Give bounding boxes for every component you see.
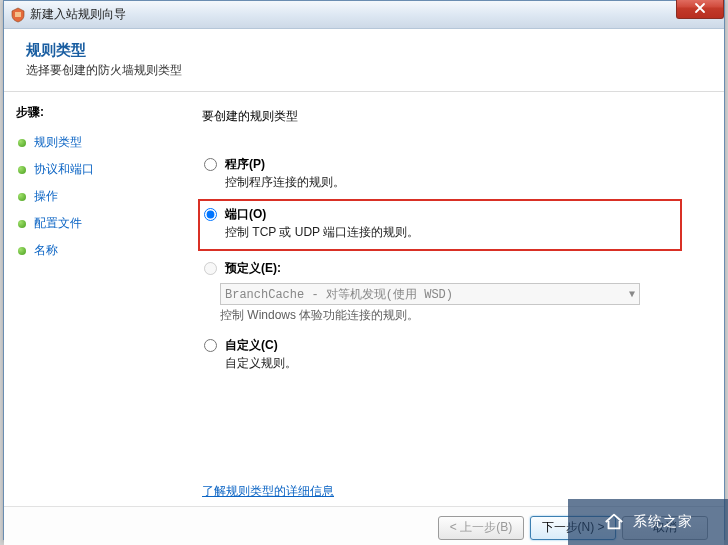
option-predefined: 预定义(E):	[202, 257, 700, 279]
radio-desc: 控制 TCP 或 UDP 端口连接的规则。	[225, 224, 678, 241]
bullet-icon	[18, 139, 26, 147]
predefined-desc: 控制 Windows 体验功能连接的规则。	[220, 307, 700, 324]
radio-program[interactable]	[204, 158, 217, 171]
learn-more-link[interactable]: 了解规则类型的详细信息	[202, 483, 334, 500]
window-title: 新建入站规则向导	[30, 6, 126, 23]
bullet-icon	[18, 220, 26, 228]
steps-sidebar: 步骤: 规则类型 协议和端口 操作 配置文件 名称	[4, 92, 184, 506]
radio-label: 自定义(C)	[225, 337, 700, 354]
combo-value: BranchCache - 对等机发现(使用 WSD)	[225, 286, 453, 303]
bullet-icon	[18, 166, 26, 174]
step-label: 协议和端口	[34, 161, 94, 178]
radio-predefined[interactable]	[204, 262, 217, 275]
main-heading: 要创建的规则类型	[202, 108, 700, 125]
close-button[interactable]	[676, 0, 724, 19]
step-label: 名称	[34, 242, 58, 259]
rule-type-radio-group: 程序(P) 控制程序连接的规则。 端口(O) 控制 TCP 或 UDP 端口连接…	[202, 153, 700, 382]
step-action[interactable]: 操作	[16, 183, 172, 210]
radio-label: 预定义(E):	[225, 260, 700, 277]
option-program: 程序(P) 控制程序连接的规则。	[202, 153, 700, 201]
steps-heading: 步骤:	[16, 104, 172, 121]
page-subtitle: 选择要创建的防火墙规则类型	[26, 62, 702, 79]
close-icon	[694, 2, 706, 14]
option-custom-content: 自定义(C) 自定义规则。	[225, 337, 700, 372]
option-predefined-content: 预定义(E):	[225, 260, 700, 277]
radio-label: 程序(P)	[225, 156, 700, 173]
app-icon	[10, 7, 26, 23]
radio-desc: 控制程序连接的规则。	[225, 174, 700, 191]
bullet-icon	[18, 193, 26, 201]
svg-rect-0	[15, 12, 21, 17]
step-label: 规则类型	[34, 134, 82, 151]
wizard-footer: < 上一步(B) 下一步(N) > 取消	[4, 506, 724, 545]
radio-port[interactable]	[204, 208, 217, 221]
predefined-combobox[interactable]: BranchCache - 对等机发现(使用 WSD) ▼	[220, 283, 640, 305]
next-button[interactable]: 下一步(N) >	[530, 516, 616, 540]
step-protocol-port[interactable]: 协议和端口	[16, 156, 172, 183]
radio-label: 端口(O)	[225, 206, 678, 223]
option-program-content: 程序(P) 控制程序连接的规则。	[225, 156, 700, 191]
step-rule-type[interactable]: 规则类型	[16, 129, 172, 156]
back-button[interactable]: < 上一步(B)	[438, 516, 524, 540]
step-name[interactable]: 名称	[16, 237, 172, 264]
titlebar: 新建入站规则向导	[4, 1, 724, 29]
highlighted-selection: 端口(O) 控制 TCP 或 UDP 端口连接的规则。	[198, 199, 682, 251]
bullet-icon	[18, 247, 26, 255]
step-label: 操作	[34, 188, 58, 205]
wizard-window: 新建入站规则向导 规则类型 选择要创建的防火墙规则类型 步骤: 规则类型 协议和…	[3, 0, 725, 540]
radio-custom[interactable]	[204, 339, 217, 352]
radio-desc: 自定义规则。	[225, 355, 700, 372]
option-custom: 自定义(C) 自定义规则。	[202, 334, 700, 382]
wizard-content: 步骤: 规则类型 协议和端口 操作 配置文件 名称 要	[4, 92, 724, 506]
page-title: 规则类型	[26, 41, 702, 60]
cancel-button[interactable]: 取消	[622, 516, 708, 540]
option-port-content: 端口(O) 控制 TCP 或 UDP 端口连接的规则。	[225, 206, 678, 241]
step-label: 配置文件	[34, 215, 82, 232]
main-panel: 要创建的规则类型 程序(P) 控制程序连接的规则。 端口(O) 控制 TCP 或	[184, 92, 724, 506]
chevron-down-icon: ▼	[629, 289, 635, 300]
step-profile[interactable]: 配置文件	[16, 210, 172, 237]
wizard-header: 规则类型 选择要创建的防火墙规则类型	[4, 29, 724, 92]
option-port: 端口(O) 控制 TCP 或 UDP 端口连接的规则。	[202, 203, 678, 243]
